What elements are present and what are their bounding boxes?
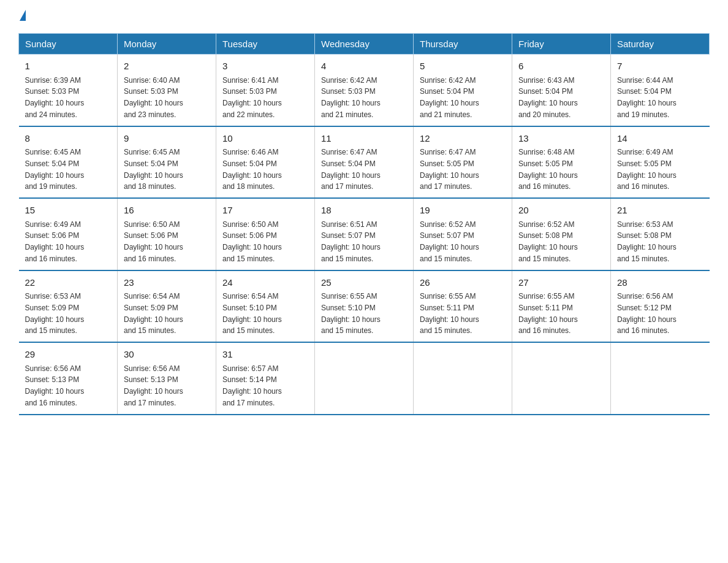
calendar-cell	[315, 342, 414, 415]
day-info: Sunrise: 6:39 AMSunset: 5:03 PMDaylight:…	[25, 76, 85, 119]
calendar-week-row: 29Sunrise: 6:56 AMSunset: 5:13 PMDayligh…	[19, 342, 710, 415]
day-number: 27	[518, 276, 604, 290]
day-info: Sunrise: 6:47 AMSunset: 5:05 PMDaylight:…	[420, 148, 479, 191]
calendar-week-row: 1Sunrise: 6:39 AMSunset: 5:03 PMDaylight…	[19, 55, 710, 126]
calendar-cell: 14Sunrise: 6:49 AMSunset: 5:05 PMDayligh…	[611, 126, 710, 199]
calendar-cell: 11Sunrise: 6:47 AMSunset: 5:04 PMDayligh…	[315, 126, 414, 199]
calendar-week-row: 8Sunrise: 6:45 AMSunset: 5:04 PMDaylight…	[19, 126, 710, 199]
calendar-cell: 30Sunrise: 6:56 AMSunset: 5:13 PMDayligh…	[118, 342, 216, 415]
calendar-cell: 28Sunrise: 6:56 AMSunset: 5:12 PMDayligh…	[611, 270, 710, 343]
calendar-header: SundayMondayTuesdayWednesdayThursdayFrid…	[19, 34, 710, 55]
day-number: 10	[222, 132, 308, 146]
calendar-table: SundayMondayTuesdayWednesdayThursdayFrid…	[18, 33, 710, 415]
calendar-cell: 17Sunrise: 6:50 AMSunset: 5:06 PMDayligh…	[216, 198, 315, 270]
day-number: 4	[321, 59, 407, 74]
day-info: Sunrise: 6:56 AMSunset: 5:13 PMDaylight:…	[25, 364, 85, 407]
calendar-cell: 25Sunrise: 6:55 AMSunset: 5:10 PMDayligh…	[315, 270, 414, 343]
calendar-cell: 26Sunrise: 6:55 AMSunset: 5:11 PMDayligh…	[414, 270, 512, 343]
day-info: Sunrise: 6:42 AMSunset: 5:04 PMDaylight:…	[420, 76, 479, 119]
day-info: Sunrise: 6:52 AMSunset: 5:07 PMDaylight:…	[420, 220, 479, 263]
day-number: 26	[420, 276, 506, 290]
day-info: Sunrise: 6:54 AMSunset: 5:10 PMDaylight:…	[222, 292, 282, 335]
day-number: 6	[518, 59, 604, 74]
day-number: 3	[222, 59, 308, 74]
day-number: 12	[420, 132, 506, 146]
day-number: 8	[25, 132, 112, 146]
calendar-week-row: 22Sunrise: 6:53 AMSunset: 5:09 PMDayligh…	[19, 270, 710, 343]
day-number: 7	[617, 59, 703, 74]
day-info: Sunrise: 6:43 AMSunset: 5:04 PMDaylight:…	[518, 76, 578, 119]
day-number: 15	[25, 204, 112, 218]
day-info: Sunrise: 6:57 AMSunset: 5:14 PMDaylight:…	[222, 364, 282, 407]
calendar-cell: 15Sunrise: 6:49 AMSunset: 5:06 PMDayligh…	[19, 198, 118, 270]
calendar-cell: 7Sunrise: 6:44 AMSunset: 5:04 PMDaylight…	[611, 55, 710, 126]
day-number: 17	[222, 204, 308, 218]
day-number: 20	[518, 204, 604, 218]
calendar-cell: 6Sunrise: 6:43 AMSunset: 5:04 PMDaylight…	[512, 55, 611, 126]
day-number: 28	[617, 276, 703, 290]
calendar-cell: 16Sunrise: 6:50 AMSunset: 5:06 PMDayligh…	[118, 198, 216, 270]
header-day-monday: Monday	[118, 34, 216, 55]
calendar-cell: 9Sunrise: 6:45 AMSunset: 5:04 PMDaylight…	[118, 126, 216, 199]
calendar-cell: 5Sunrise: 6:42 AMSunset: 5:04 PMDaylight…	[414, 55, 512, 126]
day-number: 29	[25, 348, 112, 362]
day-info: Sunrise: 6:51 AMSunset: 5:07 PMDaylight:…	[321, 220, 381, 263]
calendar-cell: 27Sunrise: 6:55 AMSunset: 5:11 PMDayligh…	[512, 270, 611, 343]
header-day-sunday: Sunday	[19, 34, 118, 55]
header-day-tuesday: Tuesday	[216, 34, 315, 55]
day-number: 18	[321, 204, 407, 218]
day-number: 2	[124, 59, 210, 74]
day-info: Sunrise: 6:55 AMSunset: 5:10 PMDaylight:…	[321, 292, 381, 335]
day-info: Sunrise: 6:40 AMSunset: 5:03 PMDaylight:…	[124, 76, 183, 119]
day-info: Sunrise: 6:45 AMSunset: 5:04 PMDaylight:…	[25, 148, 85, 191]
calendar-cell	[512, 342, 611, 415]
day-info: Sunrise: 6:56 AMSunset: 5:13 PMDaylight:…	[124, 364, 183, 407]
day-info: Sunrise: 6:52 AMSunset: 5:08 PMDaylight:…	[518, 220, 578, 263]
day-info: Sunrise: 6:53 AMSunset: 5:08 PMDaylight:…	[617, 220, 677, 263]
calendar-cell	[611, 342, 710, 415]
calendar-cell: 20Sunrise: 6:52 AMSunset: 5:08 PMDayligh…	[512, 198, 611, 270]
calendar-cell: 31Sunrise: 6:57 AMSunset: 5:14 PMDayligh…	[216, 342, 315, 415]
day-info: Sunrise: 6:54 AMSunset: 5:09 PMDaylight:…	[124, 292, 183, 335]
logo	[18, 12, 26, 21]
header-day-saturday: Saturday	[611, 34, 710, 55]
day-number: 19	[420, 204, 506, 218]
header-day-wednesday: Wednesday	[315, 34, 414, 55]
day-number: 16	[124, 204, 210, 218]
calendar-cell: 12Sunrise: 6:47 AMSunset: 5:05 PMDayligh…	[414, 126, 512, 199]
day-info: Sunrise: 6:46 AMSunset: 5:04 PMDaylight:…	[222, 148, 282, 191]
header-day-thursday: Thursday	[414, 34, 512, 55]
day-info: Sunrise: 6:49 AMSunset: 5:06 PMDaylight:…	[25, 220, 85, 263]
day-number: 21	[617, 204, 703, 218]
calendar-cell: 21Sunrise: 6:53 AMSunset: 5:08 PMDayligh…	[611, 198, 710, 270]
day-number: 22	[25, 276, 112, 290]
day-info: Sunrise: 6:42 AMSunset: 5:03 PMDaylight:…	[321, 76, 381, 119]
day-number: 25	[321, 276, 407, 290]
calendar-week-row: 15Sunrise: 6:49 AMSunset: 5:06 PMDayligh…	[19, 198, 710, 270]
day-number: 31	[222, 348, 308, 362]
page-header	[18, 12, 710, 21]
day-number: 23	[124, 276, 210, 290]
calendar-cell: 10Sunrise: 6:46 AMSunset: 5:04 PMDayligh…	[216, 126, 315, 199]
header-row: SundayMondayTuesdayWednesdayThursdayFrid…	[19, 34, 710, 55]
day-info: Sunrise: 6:48 AMSunset: 5:05 PMDaylight:…	[518, 148, 578, 191]
calendar-cell: 13Sunrise: 6:48 AMSunset: 5:05 PMDayligh…	[512, 126, 611, 199]
day-info: Sunrise: 6:49 AMSunset: 5:05 PMDaylight:…	[617, 148, 677, 191]
day-info: Sunrise: 6:47 AMSunset: 5:04 PMDaylight:…	[321, 148, 381, 191]
calendar-cell: 4Sunrise: 6:42 AMSunset: 5:03 PMDaylight…	[315, 55, 414, 126]
header-day-friday: Friday	[512, 34, 611, 55]
day-number: 9	[124, 132, 210, 146]
day-info: Sunrise: 6:55 AMSunset: 5:11 PMDaylight:…	[518, 292, 578, 335]
calendar-cell: 3Sunrise: 6:41 AMSunset: 5:03 PMDaylight…	[216, 55, 315, 126]
day-info: Sunrise: 6:53 AMSunset: 5:09 PMDaylight:…	[25, 292, 85, 335]
calendar-cell: 23Sunrise: 6:54 AMSunset: 5:09 PMDayligh…	[118, 270, 216, 343]
calendar-cell: 19Sunrise: 6:52 AMSunset: 5:07 PMDayligh…	[414, 198, 512, 270]
day-info: Sunrise: 6:50 AMSunset: 5:06 PMDaylight:…	[222, 220, 282, 263]
calendar-body: 1Sunrise: 6:39 AMSunset: 5:03 PMDaylight…	[19, 55, 710, 415]
logo-triangle-icon	[20, 10, 26, 21]
day-info: Sunrise: 6:50 AMSunset: 5:06 PMDaylight:…	[124, 220, 183, 263]
calendar-cell: 8Sunrise: 6:45 AMSunset: 5:04 PMDaylight…	[19, 126, 118, 199]
day-number: 30	[124, 348, 210, 362]
calendar-cell: 22Sunrise: 6:53 AMSunset: 5:09 PMDayligh…	[19, 270, 118, 343]
day-number: 13	[518, 132, 604, 146]
